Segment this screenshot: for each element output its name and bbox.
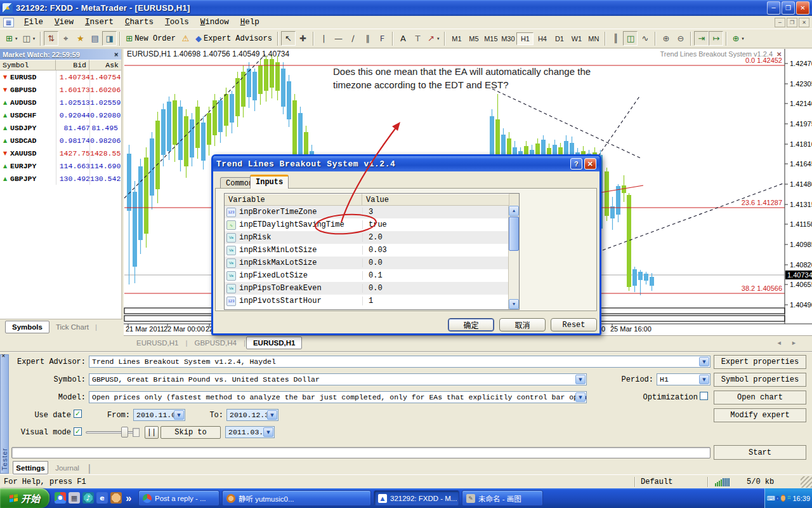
- resize-grip[interactable]: [801, 476, 812, 488]
- period-select[interactable]: H1 ▼: [657, 373, 710, 385]
- timeframe-m15-button[interactable]: M15: [482, 32, 499, 45]
- market-watch-header[interactable]: Market Watch: 22:59:59 ✕: [0, 49, 121, 60]
- tray-bird-icon[interactable]: [781, 495, 785, 502]
- tester-close-icon[interactable]: ✕: [1, 353, 8, 359]
- dialog-close-button[interactable]: ✕: [584, 158, 596, 170]
- input-row-inpFixedLotSize[interactable]: VainpFixedLotSize0.1: [225, 269, 519, 282]
- chevron-down-icon[interactable]: ▼: [267, 410, 277, 420]
- fibonacci-tool[interactable]: F: [375, 31, 390, 46]
- market-watch-toggle[interactable]: ⇅: [44, 31, 58, 46]
- input-row-inpBrokerTimeZone[interactable]: 123inpBrokerTimeZone3: [225, 206, 519, 218]
- child-close-button[interactable]: ✕: [799, 18, 809, 27]
- symbol-select[interactable]: GBPUSD, Great Britain Pound vs. United S…: [89, 373, 587, 385]
- market-watch-row[interactable]: ▲USDJPY81.46781.495: [0, 121, 121, 134]
- market-watch-row[interactable]: ▲GBPJPY130.492130.542: [0, 172, 121, 185]
- to-date-select[interactable]: 2010.12.30 ▼: [226, 409, 278, 421]
- zoom-out-button[interactable]: ⊖: [673, 31, 688, 46]
- channel-tool[interactable]: ∥: [360, 31, 375, 46]
- scroll-thumb[interactable]: [509, 217, 519, 251]
- market-watch-row[interactable]: ▼XAUUSD1427.751428.55: [0, 147, 121, 159]
- reset-button[interactable]: Reset: [551, 318, 597, 331]
- scroll-down-icon[interactable]: ▼: [509, 299, 519, 309]
- timeframe-h4-button[interactable]: H4: [534, 32, 551, 45]
- ea-remove-icon[interactable]: ✕: [776, 51, 782, 58]
- chart-tab-eurusd-h1-active[interactable]: EURUSD,H1: [246, 337, 302, 349]
- crosshair-tool[interactable]: ✚: [296, 31, 310, 46]
- input-row-inpRisk[interactable]: VainpRisk2.0: [225, 231, 519, 244]
- input-value[interactable]: true: [362, 220, 508, 229]
- model-select[interactable]: Open prices only (fastest method to anal…: [89, 391, 587, 403]
- input-row-inpPivotsStartHour[interactable]: 123inpPivotsStartHour1: [225, 295, 519, 307]
- pause-button[interactable]: ||: [145, 426, 159, 439]
- input-row-inpPipsToBreakEven[interactable]: VainpPipsToBreakEven0.0: [225, 282, 519, 295]
- timeframe-m5-button[interactable]: M5: [465, 32, 482, 45]
- timeframe-h1-button[interactable]: H1: [516, 32, 534, 45]
- input-value[interactable]: 0.0: [362, 258, 508, 267]
- arrows-tool[interactable]: ↗▾: [425, 31, 442, 46]
- hide-icons-icon[interactable]: ‹: [775, 496, 780, 501]
- tab-journal[interactable]: Journal: [51, 462, 84, 474]
- indicators-button[interactable]: ⊕▾: [730, 31, 746, 46]
- optimization-checkbox[interactable]: [700, 392, 708, 400]
- market-watch-row[interactable]: ▼EURUSD1.407341.40754: [0, 70, 121, 83]
- market-watch-row[interactable]: ▲USDCHF0.920440.92080: [0, 109, 121, 121]
- skip-to-button[interactable]: Skip to: [160, 426, 221, 439]
- input-value[interactable]: 1: [362, 297, 508, 305]
- visual-mode-checkbox[interactable]: ✓: [74, 427, 82, 436]
- task-chrome[interactable]: Post a reply - ...: [138, 490, 219, 506]
- timeframe-d1-button[interactable]: D1: [551, 32, 568, 45]
- market-watch-row[interactable]: ▲AUDUSD1.025131.02559: [0, 96, 121, 109]
- ok-button[interactable]: 确定: [448, 318, 494, 331]
- cursor-tool[interactable]: ↖: [281, 31, 296, 46]
- network-signal-icon[interactable]: ʭ: [787, 495, 791, 501]
- column-bid[interactable]: Bid: [56, 60, 89, 70]
- input-value[interactable]: 2.0: [362, 233, 508, 242]
- tab-inputs[interactable]: Inputs: [250, 175, 289, 189]
- start-button[interactable]: 开始: [0, 488, 49, 508]
- timeframe-w1-button[interactable]: W1: [568, 32, 585, 45]
- expert-properties-button[interactable]: Expert properties: [714, 355, 806, 369]
- timeframe-mn-button[interactable]: MN: [585, 32, 602, 45]
- use-date-checkbox[interactable]: ✓: [74, 410, 82, 418]
- market-watch-row[interactable]: ▲USDCAD0.981740.98206: [0, 134, 121, 147]
- navigator-toggle[interactable]: ⌖: [58, 31, 73, 46]
- market-watch-row[interactable]: ▲EURJPY114.663114.690: [0, 159, 121, 172]
- speed-slider-track[interactable]: [86, 431, 140, 434]
- chevron-down-icon[interactable]: ▼: [575, 392, 586, 402]
- scroll-up-icon[interactable]: ▲: [509, 206, 519, 216]
- open-chart-button[interactable]: Open chart: [714, 391, 806, 404]
- menu-view[interactable]: View: [49, 17, 79, 28]
- menu-insert[interactable]: Insert: [79, 17, 119, 28]
- profiles-button[interactable]: ◫▾: [20, 31, 37, 46]
- symbol-properties-button[interactable]: Symbol properties: [714, 373, 806, 387]
- dialog-help-button[interactable]: ?: [570, 158, 582, 170]
- tab-settings[interactable]: Settings: [13, 461, 48, 474]
- chart-tab-gbpusd-h4[interactable]: GBPUSD,H4: [188, 337, 242, 349]
- minimize-button[interactable]: ─: [767, 1, 780, 15]
- calculator-icon[interactable]: ▦: [69, 492, 80, 504]
- chevron-down-icon[interactable]: ▼: [699, 375, 709, 384]
- vertical-line-tool[interactable]: |: [317, 31, 331, 46]
- task-paint[interactable]: ✎未命名 - 画图: [462, 490, 543, 506]
- menu-tools[interactable]: Tools: [159, 17, 195, 28]
- favorites-button[interactable]: ★: [73, 31, 88, 46]
- metaeditor-button[interactable]: ⚠: [178, 31, 193, 46]
- terminal-toggle[interactable]: ▤: [88, 31, 102, 46]
- tab-scroll-arrows-icon[interactable]: ◄ ►: [776, 340, 801, 346]
- trendline-tool[interactable]: ∕: [346, 31, 360, 46]
- market-watch-close-icon[interactable]: ✕: [114, 51, 119, 58]
- maximize-button[interactable]: ❐: [782, 1, 795, 15]
- start-button[interactable]: Start: [714, 445, 806, 460]
- timeframe-m1-button[interactable]: M1: [448, 32, 465, 45]
- column-variable[interactable]: Variable: [225, 194, 362, 206]
- bar-chart-button[interactable]: ║: [608, 31, 623, 46]
- column-value[interactable]: Value: [362, 194, 509, 206]
- input-row-inpETDaylightSavingTime[interactable]: ∿inpETDaylightSavingTimetrue: [225, 218, 519, 231]
- dialog-title-bar[interactable]: Trend Lines Breakout System v1.2.4 ? ✕: [213, 156, 599, 171]
- expert-advisors-toggle[interactable]: ◆Expert Advisors: [193, 31, 275, 46]
- menu-help[interactable]: Help: [235, 17, 265, 28]
- chevron-down-icon[interactable]: ▼: [699, 357, 709, 366]
- child-restore-button[interactable]: ❐: [787, 18, 797, 27]
- media-player-icon[interactable]: ♪: [82, 492, 94, 504]
- tester-side-strip[interactable]: Tester: [0, 354, 9, 474]
